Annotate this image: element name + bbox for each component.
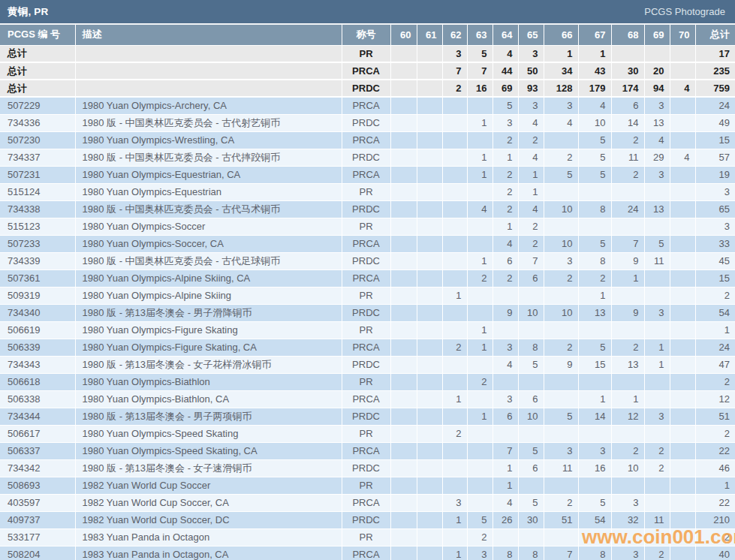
grade-61-count [417, 252, 442, 269]
grade-64-count: 4 [493, 235, 518, 252]
grade-67-count [578, 321, 611, 339]
coin-id-link[interactable]: 533177 [0, 528, 75, 546]
column-header-grade-62: 62 [442, 25, 467, 45]
summary-description-empty [75, 80, 342, 97]
grade-62-count: 2 [442, 80, 467, 97]
grade-67-count: 54 [578, 511, 611, 528]
coin-row: 7343361980 版 - 中国奥林匹克委员会 - 古代射艺铜币PRDC134… [0, 114, 735, 131]
coin-row: 7343381980 版 - 中国奥林匹克委员会 - 古代马术铜币PRDC424… [0, 200, 735, 218]
coin-id-link[interactable]: 506619 [0, 321, 75, 339]
grade-70-count [670, 62, 695, 80]
grade-64-count: 44 [493, 62, 518, 80]
total-count: 1 [695, 477, 735, 494]
column-header-grade-64: 64 [493, 25, 518, 45]
grade-66-count: 2 [544, 339, 578, 356]
coin-description: 1982 Yuan World Cup Soccer, CA [75, 494, 342, 511]
grade-67-count: 13 [578, 304, 611, 321]
grade-68-count [611, 183, 644, 200]
designation-cell: PRDC [342, 304, 390, 321]
coin-row: 5151241980 Yuan Olympics-EquestrianPR213 [0, 183, 735, 200]
designation-cell: PRCA [342, 390, 390, 408]
coin-id-link[interactable]: 734337 [0, 149, 75, 166]
summary-description-empty [75, 45, 342, 62]
grade-63-count [467, 235, 493, 252]
grade-60-count [390, 356, 417, 373]
grade-64-count: 8 [493, 546, 518, 560]
coin-id-link[interactable]: 403597 [0, 494, 75, 511]
coin-id-link[interactable]: 734344 [0, 408, 75, 425]
designation-cell: PR [342, 373, 390, 390]
grade-63-count: 2 [467, 528, 493, 546]
coin-id-link[interactable]: 734338 [0, 200, 75, 218]
grade-63-count: 1 [467, 252, 493, 269]
photograde-link[interactable]: PCGS Photograde [644, 6, 725, 17]
grade-63-count [467, 218, 493, 235]
coin-id-link[interactable]: 734339 [0, 252, 75, 269]
coin-row: 7343431980 版 - 第13届冬澳会 - 女子花样滑冰铜币PRDC459… [0, 356, 735, 373]
coin-id-link[interactable]: 734336 [0, 114, 75, 131]
coin-id-link[interactable]: 507233 [0, 235, 75, 252]
coin-id-link[interactable]: 515124 [0, 183, 75, 200]
coin-id-link[interactable]: 507361 [0, 269, 75, 287]
coin-id-link[interactable]: 409737 [0, 511, 75, 528]
coin-row: 7343421980 版 - 第13届冬澳会 - 女子速滑铜币PRDC16111… [0, 459, 735, 477]
designation-cell: PRCA [342, 494, 390, 511]
coin-id-link[interactable]: 734343 [0, 356, 75, 373]
coin-id-link[interactable]: 508693 [0, 477, 75, 494]
grade-67-count [578, 218, 611, 235]
grade-63-count [467, 477, 493, 494]
designation-cell: PR [342, 45, 390, 62]
coin-id-link[interactable]: 734340 [0, 304, 75, 321]
grade-67-count: 3 [578, 442, 611, 459]
grade-61-count [417, 166, 442, 183]
grade-61-count [417, 97, 442, 114]
grade-66-count [544, 373, 578, 390]
coin-id-link[interactable]: 507231 [0, 166, 75, 183]
coin-description: 1983 Yuan Panda in Octagon [75, 528, 342, 546]
coin-id-link[interactable]: 515123 [0, 218, 75, 235]
grade-62-count [442, 149, 467, 166]
grade-62-count [442, 459, 467, 477]
grade-63-count: 1 [467, 166, 493, 183]
coin-id-link[interactable]: 507229 [0, 97, 75, 114]
summary-label: 总计 [0, 80, 75, 97]
column-header-grade-70: 70 [670, 25, 695, 45]
designation-cell: PRDC [342, 356, 390, 373]
grade-70-count: 4 [670, 149, 695, 166]
grade-61-count [417, 235, 442, 252]
coin-id-link[interactable]: 506338 [0, 390, 75, 408]
grade-69-count [644, 425, 670, 442]
coin-id-link[interactable]: 508204 [0, 546, 75, 560]
coin-id-link[interactable]: 506617 [0, 425, 75, 442]
grade-66-count [544, 183, 578, 200]
coin-id-link[interactable]: 509319 [0, 287, 75, 304]
coin-id-link[interactable]: 506339 [0, 339, 75, 356]
grade-61-count [417, 62, 442, 80]
grade-60-count [390, 321, 417, 339]
coin-description: 1980 版 - 中国奥林匹克委员会 - 古代马术铜币 [75, 200, 342, 218]
grade-66-count: 4 [544, 114, 578, 131]
grade-70-count [670, 114, 695, 131]
grade-63-count [467, 459, 493, 477]
total-count: 47 [695, 356, 735, 373]
grade-69-count [644, 390, 670, 408]
coin-id-link[interactable]: 506337 [0, 442, 75, 459]
coin-id-link[interactable]: 734342 [0, 459, 75, 477]
grade-60-count [390, 511, 417, 528]
designation-cell: PR [342, 287, 390, 304]
coin-id-link[interactable]: 506618 [0, 373, 75, 390]
grade-61-count [417, 269, 442, 287]
grade-69-count: 5 [644, 235, 670, 252]
grade-65-count: 5 [518, 442, 544, 459]
grade-70-count [670, 477, 695, 494]
grade-60-count [390, 546, 417, 560]
grade-61-count [417, 218, 442, 235]
coin-description: 1980 Yuan Olympics-Equestrian [75, 183, 342, 200]
grade-63-count: 16 [467, 80, 493, 97]
grade-70-count [670, 200, 695, 218]
grade-70-count [670, 218, 695, 235]
designation-cell: PR [342, 477, 390, 494]
grade-61-count [417, 408, 442, 425]
grade-67-count: 8 [578, 200, 611, 218]
coin-id-link[interactable]: 507230 [0, 131, 75, 149]
